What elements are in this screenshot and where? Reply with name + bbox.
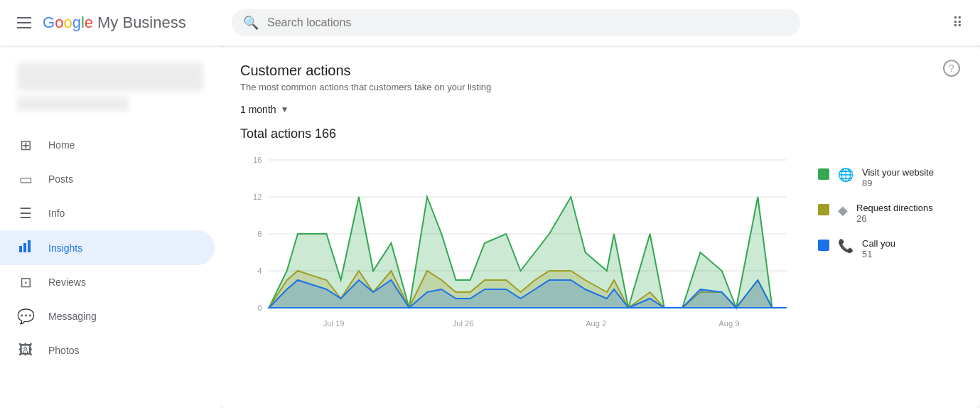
directions-color <box>818 204 829 215</box>
svg-text:Jul 19: Jul 19 <box>323 319 345 328</box>
sidebar-item-label-insights: Insights <box>48 242 82 254</box>
website-legend-name: Visit your website <box>862 167 934 178</box>
directions-legend-name: Request directions <box>856 203 933 213</box>
chart-container: 16 12 8 4 0 Jul 19 Jul 26 Aug 2 Aug 9 <box>240 153 960 340</box>
sidebar-item-label-info: Info <box>48 208 65 219</box>
section-title-area: Customer actions The most common actions… <box>240 63 491 104</box>
svg-text:12: 12 <box>253 193 262 201</box>
legend-item-directions: ◆ Request directions 26 <box>818 203 960 224</box>
insights-icon <box>17 239 34 257</box>
sidebar-item-info[interactable]: ☰ Info <box>0 196 215 230</box>
chart-svg: 16 12 8 4 0 Jul 19 Jul 26 Aug 2 Aug 9 <box>240 153 801 338</box>
sidebar-item-label-reviews: Reviews <box>48 277 86 288</box>
period-selector[interactable]: 1 month ▼ <box>240 104 960 115</box>
sidebar-item-label-posts: Posts <box>48 173 73 185</box>
header-left: Google My Business <box>11 11 232 34</box>
legend-text-website: Visit your website 89 <box>862 167 934 188</box>
menu-button[interactable] <box>11 11 37 34</box>
messaging-icon: 💬 <box>17 308 34 325</box>
reviews-icon: ⊡ <box>17 274 34 291</box>
legend-item-call: 📞 Call you 51 <box>818 238 960 259</box>
sidebar-item-label-photos: Photos <box>48 345 80 356</box>
sidebar: ⊞ Home ▭ Posts ☰ Info Insights ⊡ Reviews <box>0 45 220 408</box>
period-label: 1 month <box>240 104 276 115</box>
website-legend-value: 89 <box>862 178 934 188</box>
svg-rect-1 <box>23 243 26 252</box>
help-button[interactable]: ? <box>943 60 960 77</box>
legend-text-call: Call you 51 <box>862 238 895 259</box>
section-header: Customer actions The most common actions… <box>240 63 960 104</box>
sidebar-item-label-home: Home <box>48 139 75 151</box>
main-content: Customer actions The most common actions… <box>220 45 980 408</box>
sidebar-item-messaging[interactable]: 💬 Messaging <box>0 299 215 333</box>
svg-text:16: 16 <box>253 156 262 164</box>
call-color <box>818 240 829 251</box>
website-color <box>818 168 829 180</box>
search-icon: 🔍 <box>243 15 259 31</box>
svg-rect-0 <box>19 246 22 252</box>
chart-legend: 🌐 Visit your website 89 ◆ Request direct… <box>818 153 960 340</box>
photos-icon: 🖼 <box>17 342 34 358</box>
sidebar-item-photos[interactable]: 🖼 Photos <box>0 333 215 367</box>
total-actions: Total actions 166 <box>240 127 960 141</box>
call-legend-value: 51 <box>862 249 895 259</box>
logo: Google My Business <box>43 14 186 32</box>
section-title: Customer actions <box>240 63 491 79</box>
sidebar-item-insights[interactable]: Insights <box>0 230 215 265</box>
sidebar-item-reviews[interactable]: ⊡ Reviews <box>0 265 215 299</box>
period-dropdown-icon: ▼ <box>281 104 289 114</box>
search-bar[interactable]: 🔍 <box>232 9 800 36</box>
posts-icon: ▭ <box>17 171 34 188</box>
svg-text:8: 8 <box>257 230 262 238</box>
call-icon: 📞 <box>838 238 854 254</box>
svg-text:Jul 26: Jul 26 <box>453 319 474 328</box>
svg-text:4: 4 <box>257 267 262 275</box>
logo-google-text: Google <box>43 14 93 32</box>
directions-legend-value: 26 <box>856 213 933 224</box>
section-subtitle: The most common actions that customers t… <box>240 82 491 92</box>
search-input[interactable] <box>267 16 789 29</box>
svg-text:0: 0 <box>257 304 262 312</box>
directions-icon: ◆ <box>838 203 848 218</box>
sidebar-item-posts[interactable]: ▭ Posts <box>0 162 215 196</box>
header-right: ⠿ <box>952 14 969 31</box>
svg-text:Aug 9: Aug 9 <box>718 319 739 328</box>
svg-text:Aug 2: Aug 2 <box>586 319 606 328</box>
apps-icon[interactable]: ⠿ <box>952 15 963 31</box>
legend-text-directions: Request directions 26 <box>856 203 933 224</box>
sidebar-item-label-messaging: Messaging <box>48 311 97 322</box>
layout: ⊞ Home ▭ Posts ☰ Info Insights ⊡ Reviews <box>0 45 980 408</box>
chart-area: 16 12 8 4 0 Jul 19 Jul 26 Aug 2 Aug 9 <box>240 153 801 340</box>
header: Google My Business 🔍 ⠿ <box>0 0 980 45</box>
svg-rect-2 <box>28 240 31 252</box>
info-icon: ☰ <box>17 205 34 222</box>
customer-actions-card: Customer actions The most common actions… <box>220 45 980 408</box>
call-legend-name: Call you <box>862 238 895 249</box>
home-icon: ⊞ <box>17 136 34 154</box>
profile-detail-blur <box>17 97 129 111</box>
sidebar-item-home[interactable]: ⊞ Home <box>0 128 215 162</box>
logo-business-text: My Business <box>97 14 186 32</box>
legend-item-website: 🌐 Visit your website 89 <box>818 167 960 188</box>
website-icon: 🌐 <box>838 167 854 183</box>
profile-section <box>0 51 220 122</box>
profile-name-blur <box>17 63 203 91</box>
